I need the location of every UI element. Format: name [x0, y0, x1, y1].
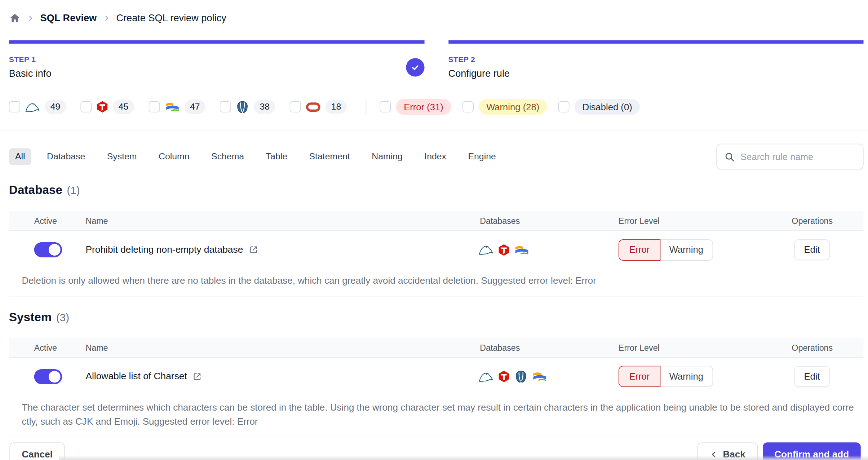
active-toggle[interactable] — [34, 242, 62, 257]
databases-cell — [468, 370, 610, 383]
mysql-icon — [25, 102, 40, 112]
tab-all[interactable]: All — [9, 148, 31, 165]
search-box — [716, 144, 863, 169]
category-tabs-row: AllDatabaseSystemColumnSchemaTableStatem… — [0, 144, 868, 169]
oracle-icon — [306, 102, 320, 111]
breadcrumb: SQL Review Create SQL review policy — [0, 0, 868, 24]
level-badge-disabled: Disabled (0) — [575, 99, 640, 115]
column-header-active: Active — [9, 216, 86, 225]
active-toggle[interactable] — [34, 369, 62, 384]
name-cell: Allowable list of Charset — [85, 371, 468, 382]
create-sql-review-policy-page: SQL Review Create SQL review policy STEP… — [0, 0, 868, 460]
engine-filter-mysql[interactable]: 49 — [9, 99, 66, 114]
tab-index[interactable]: Index — [418, 148, 452, 165]
cancel-button[interactable]: Cancel — [9, 442, 65, 460]
tab-table[interactable]: Table — [260, 148, 293, 165]
tab-naming[interactable]: Naming — [366, 148, 409, 165]
error-level-segmented-control: ErrorWarning — [619, 366, 713, 387]
operations-cell: Edit — [727, 239, 864, 260]
engine-filter-oracle[interactable]: 18 — [290, 99, 347, 114]
chevron-right-icon — [27, 14, 34, 22]
tidb-icon — [498, 370, 509, 382]
tab-schema[interactable]: Schema — [205, 148, 250, 165]
oceanbase-icon — [532, 371, 547, 381]
rule-sections: Database(1)ActiveNameDatabasesError Leve… — [0, 169, 868, 437]
section-count: (3) — [56, 311, 69, 323]
section-heading-database: Database(1) — [9, 183, 859, 198]
checkbox[interactable] — [80, 101, 92, 112]
breadcrumb-sql-review[interactable]: SQL Review — [40, 12, 97, 24]
tab-column[interactable]: Column — [152, 148, 196, 165]
category-tabs: AllDatabaseSystemColumnSchemaTableStatem… — [9, 148, 511, 165]
checkbox[interactable] — [290, 101, 301, 112]
rule-row: Prohibit deleting non-empty databaseErro… — [9, 231, 864, 269]
databases-cell — [468, 244, 610, 256]
search-icon — [724, 151, 735, 162]
breadcrumb-current: Create SQL review policy — [116, 12, 226, 24]
checkbox[interactable] — [149, 101, 160, 112]
postgres-icon — [236, 100, 249, 113]
column-header-operations: Operations — [727, 342, 864, 352]
checkbox[interactable] — [9, 101, 20, 112]
filter-divider — [366, 99, 367, 115]
checkbox[interactable] — [558, 101, 570, 112]
level-filter-warning[interactable]: Warning (28) — [462, 99, 547, 115]
edit-button[interactable]: Edit — [794, 366, 830, 386]
error-level-cell: ErrorWarning — [610, 239, 727, 260]
rule-description: The character set determines which chara… — [9, 400, 864, 437]
engine-filter-tidb[interactable]: 45 — [80, 99, 134, 114]
tidb-icon — [97, 101, 108, 113]
home-icon[interactable] — [9, 12, 21, 24]
engine-count-badge: 38 — [254, 99, 275, 114]
engine-count-badge: 45 — [113, 99, 134, 114]
section-count: (1) — [67, 185, 80, 197]
external-link-icon[interactable] — [192, 372, 202, 381]
step-1-label: STEP 1 — [9, 56, 52, 64]
search-input[interactable] — [740, 151, 856, 162]
level-badge-warning: Warning (28) — [478, 99, 547, 115]
error-level-option-warning[interactable]: Warning — [660, 366, 713, 387]
external-link-icon[interactable] — [249, 245, 258, 255]
level-filter-disabled[interactable]: Disabled (0) — [558, 99, 640, 115]
error-level-cell: ErrorWarning — [610, 366, 727, 387]
engine-count-badge: 47 — [184, 99, 205, 114]
step-2-progress-bar — [448, 40, 864, 44]
operations-cell: Edit — [727, 366, 864, 386]
tab-engine[interactable]: Engine — [462, 148, 502, 165]
error-level-option-error[interactable]: Error — [619, 239, 660, 260]
column-header-operations: Operations — [727, 216, 864, 225]
tab-system[interactable]: System — [101, 148, 143, 165]
chevron-right-icon — [103, 14, 110, 22]
footer-bar: Cancel Back Confirm and add — [0, 437, 868, 460]
tab-statement[interactable]: Statement — [303, 148, 356, 165]
confirm-and-add-button[interactable]: Confirm and add — [763, 442, 861, 460]
checkbox[interactable] — [220, 101, 231, 112]
rule-table-system: ActiveNameDatabasesError LevelOperations… — [9, 337, 864, 437]
engine-count-badge: 49 — [45, 99, 66, 114]
column-header-error-level: Error Level — [610, 342, 727, 352]
tab-database[interactable]: Database — [41, 148, 91, 165]
engine-count-badge: 18 — [326, 99, 347, 114]
level-filter-error[interactable]: Error (31) — [380, 99, 451, 115]
engine-filter-postgres[interactable]: 38 — [220, 99, 275, 114]
column-header-name: Name — [85, 342, 468, 352]
checkbox[interactable] — [380, 101, 391, 112]
engine-filter-oceanbase[interactable]: 47 — [149, 99, 205, 114]
column-header-databases: Databases — [468, 342, 610, 352]
step-1-completed-check-icon — [406, 58, 424, 76]
checkbox[interactable] — [462, 101, 473, 112]
oceanbase-icon — [514, 245, 529, 255]
step-1-title: Basic info — [9, 68, 52, 80]
filter-bar: 4945473818 Error (31)Warning (28)Disable… — [0, 99, 868, 115]
edit-button[interactable]: Edit — [794, 239, 830, 260]
name-cell: Prohibit deleting non-empty database — [85, 244, 468, 255]
oceanbase-icon — [165, 102, 179, 112]
error-level-option-error[interactable]: Error — [619, 366, 660, 387]
back-button[interactable]: Back — [697, 442, 758, 460]
table-header: ActiveNameDatabasesError LevelOperations — [9, 211, 864, 231]
error-level-segmented-control: ErrorWarning — [619, 239, 713, 260]
rule-table-database: ActiveNameDatabasesError LevelOperations… — [9, 211, 864, 296]
section-divider — [0, 130, 868, 131]
step-2-title: Configure rule — [448, 68, 510, 80]
error-level-option-warning[interactable]: Warning — [660, 239, 713, 260]
